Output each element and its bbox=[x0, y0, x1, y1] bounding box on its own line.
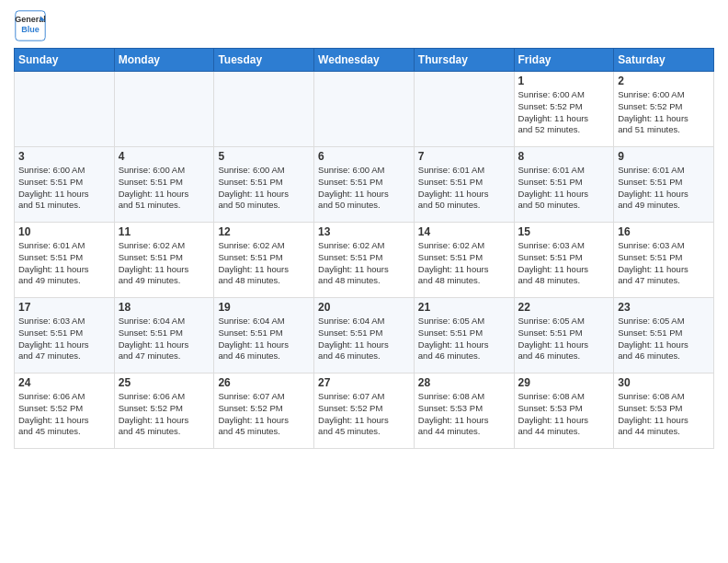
day-number: 11 bbox=[119, 225, 210, 238]
day-info: Sunrise: 6:00 AM bbox=[618, 89, 710, 101]
calendar-cell bbox=[15, 72, 115, 147]
day-number: 5 bbox=[218, 150, 310, 163]
day-info: Daylight: 11 hours bbox=[318, 339, 410, 351]
day-number: 2 bbox=[618, 75, 710, 87]
calendar-cell: 18Sunrise: 6:04 AMSunset: 5:51 PMDayligh… bbox=[114, 298, 214, 373]
day-number: 6 bbox=[318, 150, 410, 163]
day-info: Daylight: 11 hours bbox=[318, 189, 410, 201]
day-info: Daylight: 11 hours bbox=[218, 415, 310, 427]
calendar-cell: 14Sunrise: 6:02 AMSunset: 5:51 PMDayligh… bbox=[414, 223, 514, 298]
day-info: Sunset: 5:51 PM bbox=[518, 327, 610, 339]
day-number: 27 bbox=[318, 376, 410, 389]
day-info: Sunset: 5:51 PM bbox=[218, 177, 310, 189]
day-info: Sunrise: 6:01 AM bbox=[418, 165, 510, 177]
day-info: and 47 minutes. bbox=[18, 350, 110, 362]
day-info: and 49 minutes. bbox=[119, 275, 210, 287]
day-number: 7 bbox=[418, 150, 510, 163]
day-info: Sunrise: 6:00 AM bbox=[318, 165, 410, 177]
day-info: Sunset: 5:52 PM bbox=[518, 101, 610, 113]
day-info: Daylight: 11 hours bbox=[18, 415, 110, 427]
header: General Blue bbox=[14, 9, 714, 42]
calendar-cell: 6Sunrise: 6:00 AMSunset: 5:51 PMDaylight… bbox=[314, 147, 415, 223]
day-number: 29 bbox=[518, 376, 610, 389]
day-info: Daylight: 11 hours bbox=[418, 415, 510, 427]
day-info: and 46 minutes. bbox=[318, 350, 410, 362]
calendar-cell: 28Sunrise: 6:08 AMSunset: 5:53 PMDayligh… bbox=[414, 373, 514, 449]
day-info: and 48 minutes. bbox=[518, 275, 610, 287]
day-info: Sunrise: 6:05 AM bbox=[618, 316, 710, 327]
svg-text:Blue: Blue bbox=[21, 25, 40, 34]
day-info: and 46 minutes. bbox=[418, 350, 510, 362]
day-info: Sunset: 5:52 PM bbox=[218, 403, 310, 415]
day-info: Sunrise: 6:05 AM bbox=[418, 316, 510, 327]
day-number: 21 bbox=[418, 301, 510, 314]
weekday-header: Thursday bbox=[414, 49, 514, 72]
calendar-cell: 2Sunrise: 6:00 AMSunset: 5:52 PMDaylight… bbox=[614, 72, 714, 147]
day-info: Sunset: 5:51 PM bbox=[119, 252, 210, 264]
day-info: Sunset: 5:51 PM bbox=[618, 177, 710, 189]
day-info: Sunset: 5:51 PM bbox=[18, 177, 110, 189]
day-info: Sunset: 5:51 PM bbox=[18, 252, 110, 264]
day-info: Daylight: 11 hours bbox=[119, 264, 210, 276]
calendar-cell: 5Sunrise: 6:00 AMSunset: 5:51 PMDaylight… bbox=[214, 147, 314, 223]
calendar-cell: 7Sunrise: 6:01 AMSunset: 5:51 PMDaylight… bbox=[414, 147, 514, 223]
day-info: Daylight: 11 hours bbox=[418, 264, 510, 276]
calendar-cell: 13Sunrise: 6:02 AMSunset: 5:51 PMDayligh… bbox=[314, 223, 415, 298]
day-number: 25 bbox=[119, 376, 210, 389]
day-info: Sunset: 5:51 PM bbox=[119, 327, 210, 339]
weekday-header: Friday bbox=[514, 49, 614, 72]
calendar-cell: 25Sunrise: 6:06 AMSunset: 5:52 PMDayligh… bbox=[114, 373, 214, 449]
calendar-table: SundayMondayTuesdayWednesdayThursdayFrid… bbox=[14, 48, 714, 449]
calendar-cell: 11Sunrise: 6:02 AMSunset: 5:51 PMDayligh… bbox=[114, 223, 214, 298]
day-info: and 45 minutes. bbox=[18, 426, 110, 438]
day-number: 26 bbox=[218, 376, 310, 389]
day-info: and 48 minutes. bbox=[418, 275, 510, 287]
day-info: Daylight: 11 hours bbox=[518, 264, 610, 276]
day-info: Sunset: 5:51 PM bbox=[618, 252, 710, 264]
day-info: Sunrise: 6:02 AM bbox=[119, 240, 210, 252]
calendar-cell: 3Sunrise: 6:00 AMSunset: 5:51 PMDaylight… bbox=[15, 147, 115, 223]
calendar-cell: 19Sunrise: 6:04 AMSunset: 5:51 PMDayligh… bbox=[214, 298, 314, 373]
day-info: Sunrise: 6:00 AM bbox=[218, 165, 310, 177]
day-info: Sunset: 5:51 PM bbox=[518, 252, 610, 264]
day-number: 9 bbox=[618, 150, 710, 163]
day-info: and 44 minutes. bbox=[518, 426, 610, 438]
day-info: Sunrise: 6:03 AM bbox=[518, 240, 610, 252]
day-info: Sunrise: 6:01 AM bbox=[18, 240, 110, 252]
day-info: Sunrise: 6:00 AM bbox=[119, 165, 210, 177]
day-info: Sunset: 5:51 PM bbox=[218, 327, 310, 339]
day-info: Sunset: 5:51 PM bbox=[318, 177, 410, 189]
day-info: Sunset: 5:51 PM bbox=[318, 327, 410, 339]
day-info: Sunrise: 6:07 AM bbox=[218, 391, 310, 403]
day-info: Sunset: 5:51 PM bbox=[418, 177, 510, 189]
day-info: Daylight: 11 hours bbox=[218, 264, 310, 276]
calendar-cell: 30Sunrise: 6:08 AMSunset: 5:53 PMDayligh… bbox=[614, 373, 714, 449]
day-info: Sunset: 5:51 PM bbox=[218, 252, 310, 264]
day-info: Sunset: 5:52 PM bbox=[119, 403, 210, 415]
day-info: Daylight: 11 hours bbox=[618, 113, 710, 125]
day-info: and 46 minutes. bbox=[218, 350, 310, 362]
day-info: Sunset: 5:51 PM bbox=[418, 327, 510, 339]
day-info: Daylight: 11 hours bbox=[518, 189, 610, 201]
day-info: and 51 minutes. bbox=[18, 200, 110, 212]
day-info: Sunrise: 6:03 AM bbox=[18, 316, 110, 327]
day-info: and 50 minutes. bbox=[218, 200, 310, 212]
day-number: 10 bbox=[18, 225, 110, 238]
day-info: and 45 minutes. bbox=[119, 426, 210, 438]
day-number: 30 bbox=[618, 376, 710, 389]
day-info: Daylight: 11 hours bbox=[318, 264, 410, 276]
day-info: and 47 minutes. bbox=[618, 275, 710, 287]
day-number: 16 bbox=[618, 225, 710, 238]
day-info: and 44 minutes. bbox=[618, 426, 710, 438]
calendar-cell bbox=[314, 72, 415, 147]
day-info: Sunrise: 6:02 AM bbox=[318, 240, 410, 252]
day-info: Daylight: 11 hours bbox=[18, 339, 110, 351]
day-number: 4 bbox=[119, 150, 210, 163]
day-info: Sunrise: 6:08 AM bbox=[418, 391, 510, 403]
day-info: Sunrise: 6:01 AM bbox=[618, 165, 710, 177]
day-info: and 47 minutes. bbox=[119, 350, 210, 362]
weekday-header: Saturday bbox=[614, 49, 714, 72]
calendar-cell: 22Sunrise: 6:05 AMSunset: 5:51 PMDayligh… bbox=[514, 298, 614, 373]
calendar-cell: 23Sunrise: 6:05 AMSunset: 5:51 PMDayligh… bbox=[614, 298, 714, 373]
day-info: Sunset: 5:51 PM bbox=[418, 252, 510, 264]
